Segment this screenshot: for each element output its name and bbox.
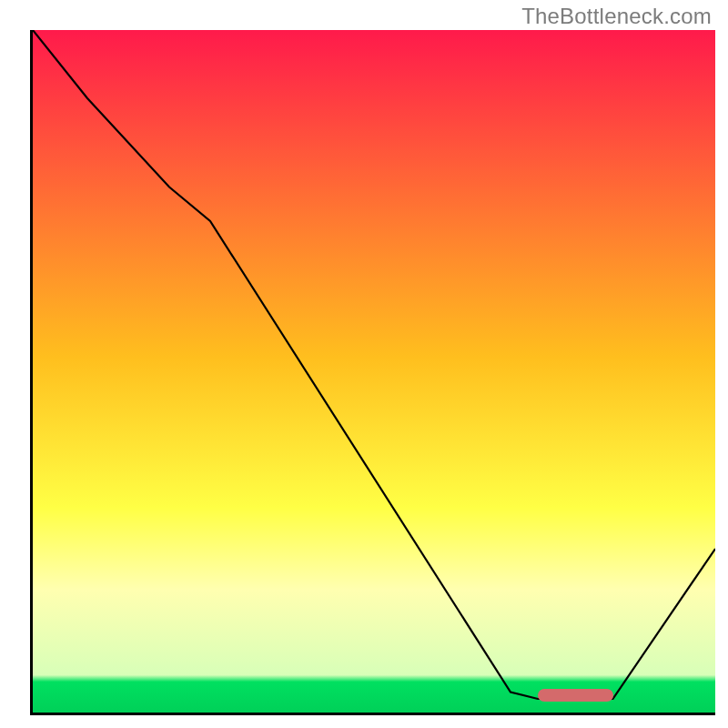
optimum-marker [538,689,613,702]
watermark-text: TheBottleneck.com [521,4,712,29]
gradient-background [33,30,715,713]
svg-rect-0 [33,30,715,713]
chart-container: TheBottleneck.com [0,0,728,728]
plot-area [33,30,715,713]
